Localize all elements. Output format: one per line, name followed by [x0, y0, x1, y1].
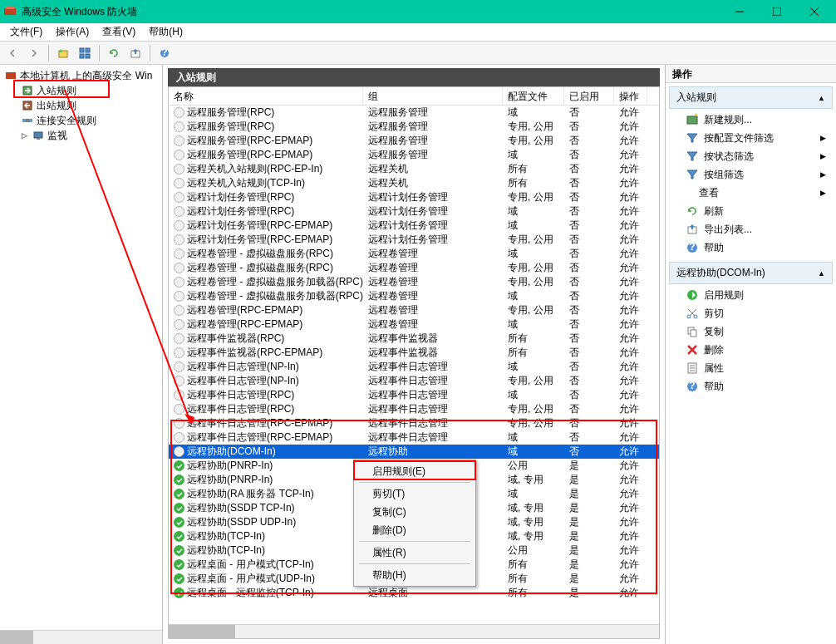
action-props[interactable]: 属性 — [669, 359, 833, 377]
tree-root[interactable]: 本地计算机 上的高级安全 Win — [2, 68, 160, 83]
rule-row[interactable]: 远程计划任务管理(RPC)远程计划任务管理专用, 公用否允许 — [169, 190, 659, 204]
rule-row[interactable]: 远程服务管理(RPC-EPMAP)远程服务管理域否允许 — [169, 148, 659, 162]
actions-title: 操作 — [666, 65, 836, 83]
refresh-button[interactable] — [105, 44, 123, 62]
rule-row[interactable]: 远程卷管理 - 虚拟磁盘服务加载器(RPC)远程卷管理域否允许 — [169, 289, 659, 303]
col-profile[interactable]: 配置文件 — [503, 87, 564, 105]
rule-row[interactable]: 远程关机入站规则(TCP-In)远程关机所有否允许 — [169, 176, 659, 190]
rule-name: 远程关机入站规则(RPC-EP-In) — [187, 162, 322, 176]
col-action[interactable]: 操作 — [614, 87, 647, 105]
action-export[interactable]: 导出列表... — [669, 220, 833, 238]
rule-row[interactable]: 远程事件日志管理(NP-In)远程事件日志管理专用, 公用否允许 — [169, 374, 659, 388]
export-icon — [686, 223, 699, 236]
rule-row[interactable]: 远程事件日志管理(RPC-EPMAP)远程事件日志管理专用, 公用否允许 — [169, 416, 659, 430]
rule-row[interactable]: 远程卷管理 - 虚拟磁盘服务(RPC)远程卷管理专用, 公用否允许 — [169, 261, 659, 275]
rules-hscroll[interactable] — [169, 624, 659, 638]
svg-rect-9 — [80, 54, 84, 58]
rule-group: 远程事件日志管理 — [363, 430, 503, 445]
rule-name: 远程服务管理(RPC-EPMAP) — [187, 148, 312, 162]
action-help[interactable]: ? 帮助 — [669, 238, 833, 257]
action-help2[interactable]: ? 帮助 — [669, 377, 833, 396]
action-delete[interactable]: 删除 — [669, 341, 833, 359]
rule-row[interactable]: 远程卷管理(RPC-EPMAP)远程卷管理域否允许 — [169, 317, 659, 332]
rule-action: 允许 — [614, 162, 647, 176]
rule-profile: 域 — [503, 204, 564, 219]
cm-delete[interactable]: 删除(D) — [356, 521, 474, 539]
rule-enabled: 否 — [564, 120, 614, 134]
rule-row[interactable]: 远程事件监视器(RPC-EPMAP)远程事件监视器所有否允许 — [169, 346, 659, 360]
action-filter-state[interactable]: 按状态筛选 ▶ — [669, 147, 833, 165]
rule-group: 远程卷管理 — [363, 303, 503, 317]
nav-tree: 本地计算机 上的高级安全 Win 入站规则 出站规则 连接安全规则 ▷ 监视 — [0, 65, 163, 644]
rule-row[interactable]: 远程事件日志管理(NP-In)远程事件日志管理域否允许 — [169, 360, 659, 374]
forward-button[interactable] — [25, 44, 43, 62]
tree-connection[interactable]: 连接安全规则 — [2, 113, 160, 128]
cm-help[interactable]: 帮助(H) — [356, 566, 474, 584]
rule-name: 远程协助(TCP-In) — [187, 529, 265, 543]
rule-name: 远程服务管理(RPC-EPMAP) — [187, 134, 312, 148]
rule-row[interactable]: 远程协助(DCOM-In)远程协助域否允许 — [169, 445, 659, 459]
minimize-button[interactable] — [720, 0, 758, 23]
svg-rect-1 — [6, 7, 14, 9]
new-button[interactable] — [54, 44, 72, 62]
menu-view[interactable]: 查看(V) — [96, 23, 142, 41]
action-group-selected[interactable]: 远程协助(DCOM-In) ▲ — [669, 262, 833, 284]
rule-row[interactable]: 远程计划任务管理(RPC)远程计划任务管理域否允许 — [169, 204, 659, 219]
rule-enabled: 否 — [564, 219, 614, 233]
rule-row[interactable]: 远程卷管理(RPC-EPMAP)远程卷管理专用, 公用否允许 — [169, 303, 659, 317]
help-button[interactable]: ? — [155, 44, 174, 62]
cm-props[interactable]: 属性(R) — [356, 543, 474, 562]
expand-icon[interactable]: ▷ — [22, 131, 29, 140]
rule-profile: 域 — [503, 247, 564, 261]
rule-row[interactable]: 远程卷管理 - 虚拟磁盘服务(RPC)远程卷管理域否允许 — [169, 247, 659, 261]
action-group-label: 入站规则 — [676, 91, 716, 105]
view-button[interactable] — [76, 44, 94, 62]
rule-row[interactable]: 远程计划任务管理(RPC-EPMAP)远程计划任务管理专用, 公用否允许 — [169, 233, 659, 247]
col-enabled[interactable]: 已启用 — [564, 87, 614, 105]
rule-row[interactable]: 远程事件日志管理(RPC)远程事件日志管理域否允许 — [169, 388, 659, 402]
rule-row[interactable]: 远程关机入站规则(RPC-EP-In)远程关机所有否允许 — [169, 162, 659, 176]
maximize-button[interactable] — [758, 0, 795, 23]
svg-rect-20 — [34, 132, 42, 138]
action-enable[interactable]: 启用规则 — [669, 286, 833, 304]
rule-row[interactable]: 远程服务管理(RPC)远程服务管理域否允许 — [169, 106, 659, 120]
rule-row[interactable]: 远程事件监视器(RPC)远程事件监视器所有否允许 — [169, 332, 659, 346]
menu-file[interactable]: 文件(F) — [3, 23, 49, 41]
action-filter-profile[interactable]: 按配置文件筛选 ▶ — [669, 129, 833, 147]
rule-group: 远程协助 — [363, 445, 503, 459]
rule-action: 允许 — [614, 106, 647, 120]
rule-row[interactable]: 远程服务管理(RPC-EPMAP)远程服务管理专用, 公用否允许 — [169, 134, 659, 148]
export-button[interactable] — [126, 44, 145, 62]
rule-row[interactable]: 远程卷管理 - 虚拟磁盘服务加载器(RPC)远程卷管理专用, 公用否允许 — [169, 275, 659, 289]
action-copy[interactable]: 复制 — [669, 322, 833, 341]
tree-inbound[interactable]: 入站规则 — [2, 83, 160, 98]
rule-row[interactable]: 远程计划任务管理(RPC-EPMAP)远程计划任务管理域否允许 — [169, 219, 659, 233]
rule-row[interactable]: 远程事件日志管理(RPC)远程事件日志管理专用, 公用否允许 — [169, 402, 659, 416]
tree-outbound[interactable]: 出站规则 — [2, 98, 160, 113]
rule-row[interactable]: 远程桌面 - 远程监控(TCP-In)远程桌面所有是允许 — [169, 586, 659, 600]
circle-icon — [174, 432, 184, 443]
menu-help[interactable]: 帮助(H) — [142, 23, 189, 41]
rule-row[interactable]: 远程事件日志管理(RPC-EPMAP)远程事件日志管理域否允许 — [169, 430, 659, 445]
action-new-rule[interactable]: 新建规则... — [669, 111, 833, 129]
action-refresh[interactable]: 刷新 — [669, 202, 833, 220]
close-button[interactable] — [795, 0, 833, 23]
tree-monitor[interactable]: ▷ 监视 — [2, 128, 160, 143]
cm-enable[interactable]: 启用规则(E) — [356, 462, 474, 480]
rule-action: 允许 — [614, 176, 647, 190]
rule-profile: 域 — [503, 445, 564, 459]
action-group-inbound[interactable]: 入站规则 ▲ — [669, 86, 833, 109]
back-button[interactable] — [3, 44, 22, 62]
action-cut[interactable]: 剪切 — [669, 304, 833, 322]
rule-row[interactable]: 远程服务管理(RPC)远程服务管理专用, 公用否允许 — [169, 120, 659, 134]
action-view[interactable]: 查看 ▶ — [669, 184, 833, 202]
col-name[interactable]: 名称 — [169, 87, 363, 105]
cm-copy[interactable]: 复制(C) — [356, 503, 474, 521]
tree-hscroll[interactable] — [0, 630, 162, 644]
rule-enabled: 是 — [564, 558, 614, 572]
circle-icon — [174, 164, 184, 175]
col-group[interactable]: 组 — [363, 87, 503, 105]
cm-cut[interactable]: 剪切(T) — [356, 484, 474, 503]
action-filter-group[interactable]: 按组筛选 ▶ — [669, 165, 833, 184]
menu-action[interactable]: 操作(A) — [49, 23, 96, 41]
